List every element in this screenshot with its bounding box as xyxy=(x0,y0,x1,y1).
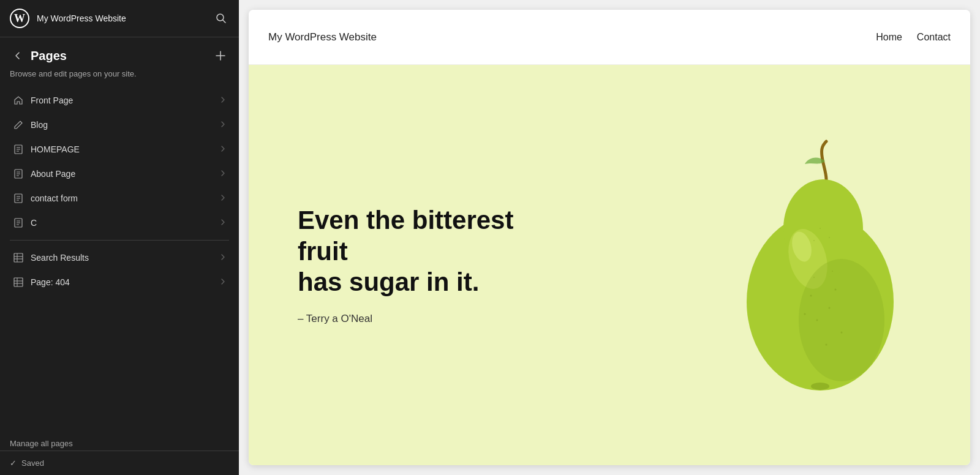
hero-author: – Terry a O'Neal xyxy=(298,313,560,325)
svg-line-3 xyxy=(223,20,226,23)
chevron-icon xyxy=(219,278,227,287)
chevron-icon xyxy=(219,121,227,130)
preview-site-name: My WordPress Website xyxy=(268,31,377,43)
chevron-icon xyxy=(219,96,227,105)
svg-rect-26 xyxy=(14,278,23,286)
pen-icon xyxy=(12,119,24,131)
pear-image xyxy=(713,137,921,394)
page-label-404: Page: 404 xyxy=(31,277,213,287)
svg-point-44 xyxy=(832,271,833,272)
back-button[interactable] xyxy=(10,48,26,64)
list-divider xyxy=(10,240,229,241)
page-label-contact-form: contact form xyxy=(31,193,213,203)
page-item-c[interactable]: C xyxy=(2,211,236,235)
page-item-contact-form[interactable]: contact form xyxy=(2,186,236,211)
nav-link-contact[interactable]: Contact xyxy=(917,32,951,43)
hero-quote-line1: Even the bitterest fruit xyxy=(298,206,513,265)
preview-nav-links: Home Contact xyxy=(876,32,951,43)
saved-label: Saved xyxy=(21,458,44,468)
page-icon xyxy=(12,192,24,204)
page-icon xyxy=(12,143,24,155)
svg-point-42 xyxy=(826,344,827,346)
page-label-homepage: HOMEPAGE xyxy=(31,144,213,154)
sidebar-site-name: My WordPress Website xyxy=(37,13,206,23)
sidebar-top-bar: W My WordPress Website xyxy=(0,0,239,37)
svg-point-43 xyxy=(813,277,815,278)
hero-quote: Even the bitterest fruit has sugar in it… xyxy=(298,205,560,297)
page-icon xyxy=(12,168,24,180)
page-item-search-results[interactable]: Search Results xyxy=(2,245,236,270)
svg-point-38 xyxy=(816,320,818,321)
svg-point-45 xyxy=(820,228,821,229)
chevron-icon xyxy=(219,145,227,154)
svg-point-37 xyxy=(829,307,831,309)
page-label-front-page: Front Page xyxy=(31,95,213,105)
svg-text:W: W xyxy=(14,12,25,24)
add-page-button[interactable] xyxy=(212,47,229,64)
svg-point-35 xyxy=(811,383,829,390)
sidebar-footer: ✓ Saved xyxy=(0,451,239,475)
main-content: My WordPress Website Home Contact Even t… xyxy=(239,0,980,475)
page-item-homepage[interactable]: HOMEPAGE xyxy=(2,137,236,162)
page-label-search-results: Search Results xyxy=(31,253,213,263)
page-item-404[interactable]: Page: 404 xyxy=(2,270,236,294)
page-item-blog[interactable]: Blog xyxy=(2,113,236,137)
svg-point-41 xyxy=(841,332,843,334)
page-icon xyxy=(12,217,24,229)
svg-rect-22 xyxy=(14,253,23,262)
page-label-about: About Page xyxy=(31,169,213,179)
preview-nav: My WordPress Website Home Contact xyxy=(249,10,970,65)
home-icon xyxy=(12,94,24,107)
saved-check-icon: ✓ xyxy=(10,458,17,468)
search-page-icon xyxy=(12,276,24,288)
nav-link-home[interactable]: Home xyxy=(876,32,902,43)
hero-quote-line2: has sugar in it. xyxy=(298,267,479,296)
pages-list: Front Page Blog xyxy=(0,88,239,434)
chevron-icon xyxy=(219,194,227,203)
search-button[interactable] xyxy=(213,10,229,26)
website-preview: My WordPress Website Home Contact Even t… xyxy=(249,10,970,465)
svg-point-36 xyxy=(810,295,812,297)
svg-point-46 xyxy=(829,237,830,238)
search-page-icon xyxy=(12,252,24,264)
page-item-about[interactable]: About Page xyxy=(2,162,236,186)
page-item-front-page[interactable]: Front Page xyxy=(2,88,236,113)
page-label-blog: Blog xyxy=(31,120,213,130)
svg-point-47 xyxy=(813,240,815,241)
pages-subtitle: Browse and edit pages on your site. xyxy=(0,69,239,88)
pages-title: Pages xyxy=(31,49,207,63)
chevron-icon xyxy=(219,170,227,179)
manage-all-pages-link[interactable]: Manage all pages xyxy=(0,434,239,451)
svg-point-34 xyxy=(799,259,884,381)
wp-logo: W xyxy=(10,9,29,28)
page-label-c: C xyxy=(31,218,213,228)
chevron-icon xyxy=(219,253,227,263)
svg-point-40 xyxy=(804,313,806,315)
sidebar: W My WordPress Website Pages Browse and … xyxy=(0,0,239,475)
svg-point-39 xyxy=(835,289,837,291)
pages-header: Pages xyxy=(0,37,239,69)
chevron-icon xyxy=(219,219,227,228)
hero-text: Even the bitterest fruit has sugar in it… xyxy=(249,168,609,361)
preview-hero: Even the bitterest fruit has sugar in it… xyxy=(249,65,970,465)
